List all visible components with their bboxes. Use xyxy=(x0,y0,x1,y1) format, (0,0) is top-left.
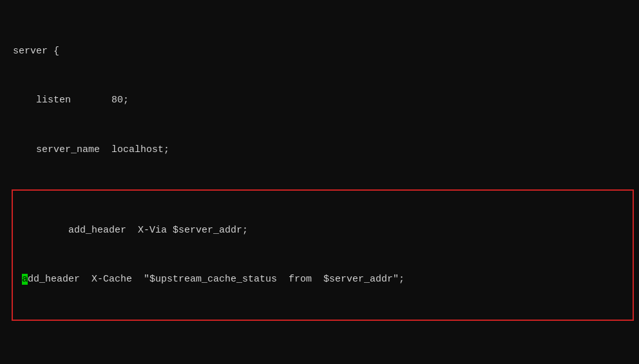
line-text: listen 80; xyxy=(13,95,129,106)
line-4: add_header X-Via $server_addr; xyxy=(15,221,630,240)
highlighted-region: add_header X-Via $server_addr; add_heade… xyxy=(12,189,634,321)
line-text: server_name localhost; xyxy=(13,144,169,155)
line-6 xyxy=(6,350,639,364)
line-text: dd_header X-Cache "$upstream_cache_statu… xyxy=(28,274,405,285)
line-text: server { xyxy=(13,46,59,57)
code-block: server { listen 80; server_name localhos… xyxy=(0,12,639,364)
line-text: add_header X-Via $server_addr; xyxy=(22,225,248,236)
cursor-char: a xyxy=(22,274,28,285)
line-2: listen 80; xyxy=(6,91,639,110)
line-1: server { xyxy=(6,42,639,61)
line-5: add_header X-Cache "$upstream_cache_stat… xyxy=(15,270,630,289)
code-container: server { listen 80; server_name localhos… xyxy=(0,0,639,364)
line-3: server_name localhost; xyxy=(6,140,639,160)
